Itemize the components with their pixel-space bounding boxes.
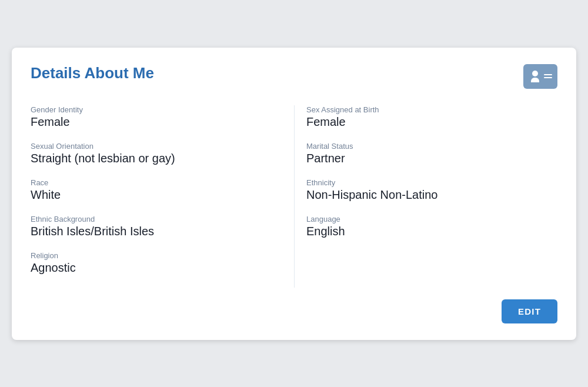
field-value: British Isles/British Isles <box>31 225 270 238</box>
left-field-group: RaceWhite <box>31 178 270 202</box>
field-value: White <box>31 188 270 202</box>
left-field-group: Ethnic BackgroundBritish Isles/British I… <box>31 215 270 238</box>
field-label: Religion <box>31 251 270 260</box>
field-value: English <box>306 225 557 238</box>
right-field-group: LanguageEnglish <box>306 215 557 238</box>
field-label: Marital Status <box>306 142 557 151</box>
details-about-me-card: Details About Me Gender IdentityFemaleSe… <box>12 48 576 340</box>
field-label: Race <box>31 178 270 187</box>
field-label: Ethnic Background <box>31 215 270 223</box>
card-lines-icon <box>544 74 552 78</box>
field-label: Gender Identity <box>31 105 270 114</box>
edit-button[interactable]: EDIT <box>502 299 557 323</box>
left-field-group: Gender IdentityFemale <box>31 105 270 129</box>
field-label: Sexual Orientation <box>31 142 270 151</box>
field-label: Language <box>306 215 557 223</box>
field-value: Agnostic <box>31 261 270 275</box>
right-column: Sex Assigned at BirthFemaleMarital Statu… <box>294 105 557 288</box>
field-label: Ethnicity <box>306 178 557 187</box>
right-field-group: EthnicityNon-Hispanic Non-Latino <box>306 178 557 202</box>
field-value: Female <box>31 115 270 129</box>
field-value: Non-Hispanic Non-Latino <box>306 188 557 202</box>
person-icon <box>529 71 541 82</box>
profile-id-card-icon <box>523 64 557 89</box>
left-column: Gender IdentityFemaleSexual OrientationS… <box>31 105 294 288</box>
field-value: Straight (not lesbian or gay) <box>31 152 270 165</box>
content-grid: Gender IdentityFemaleSexual OrientationS… <box>31 105 557 288</box>
field-value: Partner <box>306 152 557 165</box>
field-value: Female <box>306 115 557 129</box>
card-title: Details About Me <box>31 64 154 82</box>
left-field-group: Sexual OrientationStraight (not lesbian … <box>31 142 270 165</box>
right-field-group: Marital StatusPartner <box>306 142 557 165</box>
card-header: Details About Me <box>31 64 557 89</box>
field-label: Sex Assigned at Birth <box>306 105 557 114</box>
left-field-group: ReligionAgnostic <box>31 251 270 275</box>
card-footer: EDIT <box>31 299 557 323</box>
right-field-group: Sex Assigned at BirthFemale <box>306 105 557 129</box>
